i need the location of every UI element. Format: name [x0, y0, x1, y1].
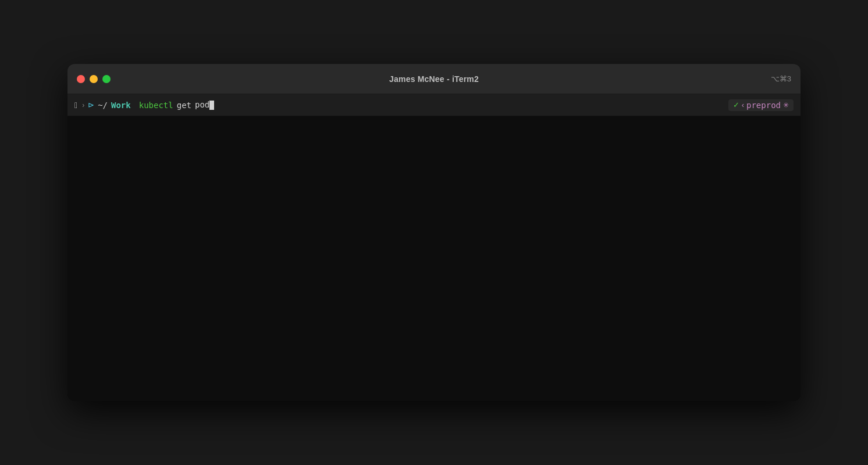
get-arg: get: [177, 101, 191, 110]
shortcut-label: ⌥⌘3: [771, 74, 791, 83]
pod-arg: pod: [195, 100, 214, 110]
terminal-window: James McNee - iTerm2 ⌥⌘3  › ⊳ ~/Work ku…: [67, 64, 801, 401]
preprod-label: preprod: [746, 101, 781, 110]
kubectl-command: kubectl: [139, 101, 173, 110]
traffic-lights: [77, 75, 111, 83]
path-tilde: ~/: [98, 101, 108, 110]
terminal-body[interactable]: [67, 116, 801, 401]
path-work: Work: [111, 101, 131, 110]
maximize-button[interactable]: [102, 75, 111, 83]
check-icon: ✓: [733, 101, 739, 109]
titlebar: James McNee - iTerm2 ⌥⌘3: [67, 64, 801, 94]
window-title: James McNee - iTerm2: [389, 74, 479, 84]
angle-icon: ‹: [742, 101, 744, 109]
cursor: [209, 101, 214, 110]
prompt-toolbar:  › ⊳ ~/Work kubectl get pod ✓ ‹ preprod…: [67, 94, 801, 116]
chevron-icon-1: ›: [82, 101, 84, 109]
minimize-button[interactable]: [90, 75, 98, 83]
apple-icon: : [74, 101, 77, 110]
context-segment: ✓ ‹ preprod ✳: [728, 99, 794, 111]
star-icon: ✳: [783, 101, 789, 109]
folder-icon: ⊳: [88, 101, 94, 109]
close-button[interactable]: [77, 75, 85, 83]
